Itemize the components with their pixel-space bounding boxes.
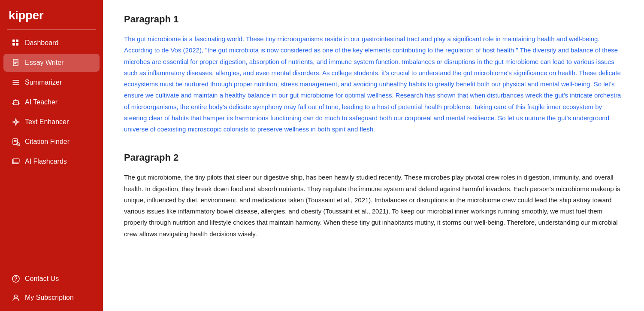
flashcard-icon [12, 158, 20, 165]
sidebar-item-label: Summarizer [25, 79, 62, 86]
sidebar-item-label: My Subscription [25, 294, 74, 302]
svg-point-27 [15, 295, 18, 298]
svg-point-13 [17, 102, 18, 103]
robot-icon [12, 98, 20, 106]
paragraph-2-text: The gut microbiome, the tiny pilots that… [124, 172, 623, 240]
sidebar: kipper Dashboard Essay Writer [0, 0, 103, 311]
svg-point-26 [15, 280, 16, 281]
sidebar-item-contact-us[interactable]: Contact Us [3, 270, 100, 288]
grid-icon [12, 39, 20, 47]
svg-rect-24 [13, 159, 19, 163]
sidebar-item-label: Citation Finder [25, 138, 70, 146]
sidebar-item-label: Contact Us [25, 275, 59, 283]
lines-icon [12, 79, 20, 86]
sidebar-item-summarizer[interactable]: Summarizer [3, 73, 100, 91]
sidebar-item-ai-flashcards[interactable]: AI Flashcards [3, 152, 100, 171]
sidebar-item-label: AI Flashcards [25, 158, 67, 165]
paragraph-1-text: The gut microbiome is a fascinating worl… [124, 34, 623, 135]
svg-point-15 [15, 99, 16, 100]
paragraph-1-heading: Paragraph 1 [124, 14, 623, 25]
sidebar-item-label: Essay Writer [25, 59, 63, 67]
svg-point-12 [15, 102, 15, 103]
sidebar-item-essay-writer[interactable]: Essay Writer [3, 54, 100, 72]
sidebar-item-label: AI Teacher [25, 98, 57, 106]
svg-rect-3 [16, 43, 18, 46]
sidebar-divider [7, 29, 96, 30]
svg-rect-1 [16, 40, 18, 42]
paragraph-2-heading: Paragraph 2 [124, 152, 623, 163]
sidebar-item-label: Dashboard [25, 39, 58, 47]
svg-rect-2 [12, 43, 15, 46]
sidebar-item-ai-teacher[interactable]: AI Teacher [3, 93, 100, 111]
sidebar-item-my-subscription[interactable]: My Subscription [3, 289, 100, 307]
sidebar-bottom: Contact Us My Subscription [0, 269, 103, 311]
paragraph-2-section: Paragraph 2 The gut microbiome, the tiny… [124, 152, 623, 240]
citation-icon [12, 138, 20, 146]
sparkle-icon [12, 118, 20, 126]
app-logo: kipper [0, 0, 103, 29]
svg-rect-0 [12, 40, 15, 42]
paragraph-1-section: Paragraph 1 The gut microbiome is a fasc… [124, 14, 623, 135]
sidebar-item-text-enhancer[interactable]: Text Enhancer [3, 113, 100, 131]
sidebar-item-dashboard[interactable]: Dashboard [3, 34, 100, 52]
person-icon [12, 294, 20, 302]
main-content: Paragraph 1 The gut microbiome is a fasc… [103, 0, 644, 311]
svg-rect-11 [13, 101, 18, 105]
sidebar-item-label: Text Enhancer [25, 118, 69, 126]
question-icon [12, 275, 20, 283]
document-icon [12, 59, 20, 67]
svg-line-22 [19, 145, 20, 146]
sidebar-item-citation-finder[interactable]: Citation Finder [3, 133, 100, 151]
